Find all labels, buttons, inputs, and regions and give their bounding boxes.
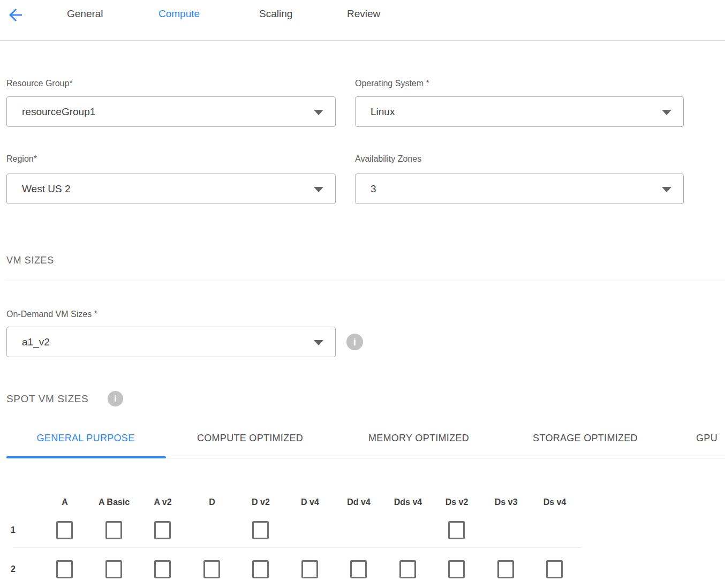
vm-size-checkbox-2-a-basic[interactable] — [105, 560, 122, 578]
availability-zones-value: 3 — [371, 183, 376, 195]
vm-size-column-header: Dds v4 — [394, 497, 422, 507]
vm-size-checkbox-2-ds-v4[interactable] — [546, 560, 563, 578]
vm-size-column-header: Ds v4 — [543, 497, 567, 507]
region-dropdown[interactable]: West US 2 — [6, 174, 336, 204]
vm-size-column-header: A v2 — [154, 497, 171, 507]
chevron-down-icon — [314, 187, 323, 192]
vm-size-column-header: D v2 — [252, 497, 270, 507]
availability-zones-dropdown[interactable]: 3 — [355, 174, 684, 204]
operating-system-value: Linux — [371, 106, 395, 118]
vm-size-column-header: Ds v2 — [445, 497, 469, 507]
vm-size-checkbox-2-d[interactable] — [203, 560, 220, 578]
availability-zones-label: Availability Zones — [355, 154, 421, 164]
operating-system-label: Operating System * — [355, 79, 429, 88]
active-tab-underline — [6, 456, 166, 458]
header-divider — [0, 40, 725, 41]
back-button[interactable] — [6, 5, 25, 25]
vm-size-checkbox-2-d-v2[interactable] — [252, 560, 269, 578]
chevron-down-icon — [314, 110, 323, 115]
vm-size-checkbox-1-ds-v2[interactable] — [448, 521, 465, 539]
tab-general-purpose[interactable]: GENERAL PURPOSE — [37, 433, 135, 444]
vm-size-checkbox-1-a-v2[interactable] — [154, 521, 171, 539]
grid-row-divider — [13, 547, 581, 548]
region-label: Region* — [6, 154, 37, 164]
vm-size-column-header: D — [209, 497, 215, 507]
section-divider — [5, 281, 725, 281]
vm-size-column-header: D v4 — [301, 497, 319, 507]
resource-group-dropdown[interactable]: resourceGroup1 — [6, 96, 336, 127]
vm-size-column-header: A — [62, 497, 68, 507]
chevron-down-icon — [662, 187, 671, 192]
on-demand-vm-sizes-dropdown[interactable]: a1_v2 — [6, 327, 336, 357]
operating-system-dropdown[interactable]: Linux — [355, 96, 684, 127]
vm-size-checkbox-1-a-basic[interactable] — [105, 521, 122, 539]
vm-size-row-label: 2 — [11, 564, 16, 574]
arrow-left-icon — [6, 5, 25, 25]
region-value: West US 2 — [22, 183, 70, 195]
resource-group-value: resourceGroup1 — [22, 106, 95, 118]
vm-size-checkbox-2-ds-v2[interactable] — [448, 560, 465, 578]
tab-scaling[interactable]: Scaling — [259, 8, 292, 20]
vm-size-row-label: 1 — [11, 525, 16, 535]
tab-general[interactable]: General — [67, 8, 103, 20]
vm-size-checkbox-1-d-v2[interactable] — [252, 521, 269, 539]
tab-review[interactable]: Review — [347, 8, 380, 20]
tab-gpu[interactable]: GPU — [696, 433, 718, 444]
resource-group-label: Resource Group* — [6, 79, 73, 88]
on-demand-vm-sizes-value: a1_v2 — [22, 336, 50, 348]
vm-size-checkbox-2-dd-v4[interactable] — [350, 560, 367, 578]
tab-memory-optimized[interactable]: MEMORY OPTIMIZED — [368, 433, 469, 444]
vm-size-checkbox-2-d-v4[interactable] — [301, 560, 318, 578]
tab-storage-optimized[interactable]: STORAGE OPTIMIZED — [533, 433, 638, 444]
tab-compute[interactable]: Compute — [158, 8, 200, 20]
vm-size-checkbox-2-dds-v4[interactable] — [399, 560, 416, 578]
vm-size-column-header: Ds v3 — [495, 497, 518, 507]
info-icon[interactable]: i — [346, 334, 363, 350]
chevron-down-icon — [314, 340, 323, 345]
chevron-down-icon — [662, 110, 671, 115]
spot-vm-sizes-heading: SPOT VM SIZES — [6, 393, 88, 405]
info-icon[interactable]: i — [108, 391, 123, 406]
vm-size-checkbox-1-a[interactable] — [56, 521, 73, 539]
vm-size-checkbox-2-ds-v3[interactable] — [497, 560, 514, 578]
tab-compute-optimized[interactable]: COMPUTE OPTIMIZED — [197, 433, 303, 444]
vm-size-checkbox-2-a[interactable] — [56, 560, 73, 578]
vm-size-column-header: A Basic — [99, 497, 130, 507]
compute-wizard-page: General Compute Scaling Review Resource … — [0, 0, 725, 588]
vm-size-checkbox-2-a-v2[interactable] — [154, 560, 171, 578]
on-demand-vm-sizes-label: On-Demand VM Sizes * — [6, 310, 97, 319]
vm-sizes-heading: VM SIZES — [6, 255, 54, 266]
vm-size-column-header: Dd v4 — [347, 497, 371, 507]
